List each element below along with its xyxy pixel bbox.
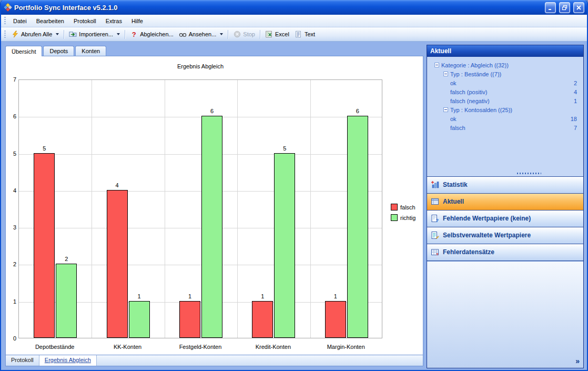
tree-item[interactable]: falsch (negativ)1 <box>429 96 581 105</box>
tree-item-value: 2 <box>574 80 581 86</box>
bar-richtig <box>129 301 150 338</box>
tree-item[interactable]: Typ : Kontosalden ((25)) <box>429 105 581 114</box>
gridline-vertical <box>92 80 92 338</box>
x-axis-label: Margin-Konten <box>310 344 382 350</box>
close-button[interactable] <box>573 2 584 13</box>
dropdown-arrow-icon[interactable] <box>56 33 59 35</box>
bar-falsch <box>252 301 273 338</box>
menu-item-extras[interactable]: Extras <box>101 16 127 26</box>
menu-item-protokoll[interactable]: Protokoll <box>69 16 101 26</box>
toolbar-button-stop: Stop <box>230 29 258 39</box>
toolbar-button-label: Text <box>305 31 315 37</box>
menu-item-bearbeiten[interactable]: Bearbeiten <box>32 16 69 26</box>
legend-item: richtig <box>391 214 415 221</box>
bar-richtig <box>347 116 368 338</box>
lightning-icon <box>11 31 19 38</box>
dropdown-arrow-icon[interactable] <box>117 33 120 35</box>
nav-button-label: Fehlende Wertpapiere (keine) <box>443 215 531 222</box>
tree-item[interactable]: Typ : Bestände ((7)) <box>429 69 581 78</box>
stop-icon <box>233 31 241 38</box>
collapse-icon[interactable] <box>443 107 448 112</box>
y-axis-tick-label: 6 <box>7 113 16 119</box>
gridline-vertical <box>165 80 165 338</box>
tree-view: Kategorie : Abgleich ((32))Typ : Beständ… <box>427 57 583 171</box>
bar-value-label: 1 <box>252 293 273 299</box>
tree-item[interactable]: ok18 <box>429 114 581 123</box>
x-axis-label: Depotbestände <box>18 344 91 350</box>
chart-legend: falschrichtig <box>391 204 415 225</box>
nav-button-aktuell[interactable]: Aktuell <box>427 194 583 210</box>
tree-item[interactable]: Kategorie : Abgleich ((32)) <box>429 61 581 69</box>
toolbar-button-text[interactable]: Text <box>292 29 318 39</box>
nav-button-selbstverwaltete-wertpapiere[interactable]: Selbstverwaltete Wertpapiere <box>427 227 583 244</box>
chart-panel: Ergebnis Abgleich524116151601234567Depot… <box>5 56 423 355</box>
tree-item-label: ok <box>450 116 457 122</box>
x-axis-label: KK-Konten <box>91 344 164 350</box>
tree-item[interactable]: ok2 <box>429 78 581 87</box>
toolbar-button-label: Excel <box>275 31 289 37</box>
top-tab-bar: ÜbersichtDepotsKonten <box>5 45 423 56</box>
app-window: Portfolio Sync Interface v5.2.1.0 DateiB… <box>0 0 588 371</box>
toolbar-button-label: Abrufen Alle <box>21 31 52 37</box>
tab-ergebnis-abgleich[interactable]: Ergebnis Abgleich <box>39 355 97 366</box>
glasses-icon <box>179 31 187 38</box>
toolbar-button-abgleichen[interactable]: ?Abgleichen... <box>127 29 176 39</box>
tab-uebersicht[interactable]: Übersicht <box>5 46 42 56</box>
y-axis-tick-label: 5 <box>7 151 16 157</box>
bar-richtig <box>201 116 222 338</box>
toolbar-button-label: Ansehen... <box>189 31 217 37</box>
tab-protokoll[interactable]: Protokoll <box>6 355 39 366</box>
menu-item-hilfe[interactable]: Hilfe <box>127 16 148 26</box>
nav-button-fehlende-wertpapiere[interactable]: ?Fehlende Wertpapiere (keine) <box>427 210 583 227</box>
tab-konten[interactable]: Konten <box>75 46 106 56</box>
bar-value-label: 6 <box>201 108 222 114</box>
nav-button-label: Fehlerdatensätze <box>443 248 494 256</box>
chart-title: Ergebnis Abgleich <box>18 63 382 69</box>
gridline-horizontal <box>19 191 382 192</box>
bar-value-label: 1 <box>325 293 346 299</box>
gridline-vertical <box>237 80 238 338</box>
toolbar-separator <box>125 30 125 39</box>
collapse-icon[interactable] <box>434 63 439 67</box>
legend-item: falsch <box>391 204 415 210</box>
nav-button-fehlerdatensaetze[interactable]: Fehlerdatensätze <box>427 244 583 260</box>
tab-depots[interactable]: Depots <box>43 46 74 56</box>
dropdown-arrow-icon[interactable] <box>220 33 223 35</box>
import-icon <box>69 31 77 38</box>
minimize-button[interactable] <box>545 2 556 13</box>
chevron-double-icon[interactable]: » <box>575 357 580 365</box>
main-area: ÜbersichtDepotsKonten Ergebnis Abgleich5… <box>1 42 425 370</box>
toolbar-button-label: Stop <box>243 31 255 37</box>
toolbar-button-ansehen[interactable]: Ansehen... <box>176 29 226 39</box>
collapse-icon[interactable] <box>443 72 448 76</box>
tree-item[interactable]: falsch (positiv)4 <box>429 87 581 96</box>
tree-item-label: falsch <box>450 125 465 131</box>
menu-item-datei[interactable]: Datei <box>8 16 32 26</box>
toolbar-button-excel[interactable]: Excel <box>262 29 292 39</box>
toolbar-button-importieren[interactable]: Importieren... <box>66 29 123 39</box>
nav-button-label: Aktuell <box>443 198 464 205</box>
content-area: ÜbersichtDepotsKonten Ergebnis Abgleich5… <box>1 42 587 370</box>
tree-item-label: falsch (positiv) <box>450 89 487 95</box>
nav-button-statistik[interactable]: Statistik <box>427 177 583 193</box>
nav-footer: » <box>427 261 583 368</box>
chart-plot: 5241161516 <box>18 79 382 338</box>
tree-item[interactable]: falsch7 <box>429 123 581 132</box>
bar-value-label: 5 <box>34 145 55 152</box>
y-axis-tick-label: 3 <box>7 224 16 230</box>
gridline-horizontal <box>19 117 382 117</box>
missing-securities-icon: ? <box>431 214 439 223</box>
bar-falsch <box>34 153 55 338</box>
tree-item-label: ok <box>450 80 457 86</box>
splitter-handle[interactable] <box>427 171 583 176</box>
menu-bar: DateiBearbeitenProtokollExtrasHilfe <box>1 15 587 27</box>
y-axis-tick-label: 0 <box>7 335 16 342</box>
y-axis-tick-label: 7 <box>7 76 16 83</box>
restore-button[interactable] <box>559 2 570 13</box>
bar-falsch <box>107 190 128 338</box>
toolbar-button-abrufen-alle[interactable]: Abrufen Alle <box>8 29 62 39</box>
tree-item-label: falsch (negativ) <box>450 98 490 104</box>
y-axis-tick-label: 1 <box>7 298 16 305</box>
bar-richtig <box>274 153 295 338</box>
toolbar-separator <box>64 30 64 39</box>
